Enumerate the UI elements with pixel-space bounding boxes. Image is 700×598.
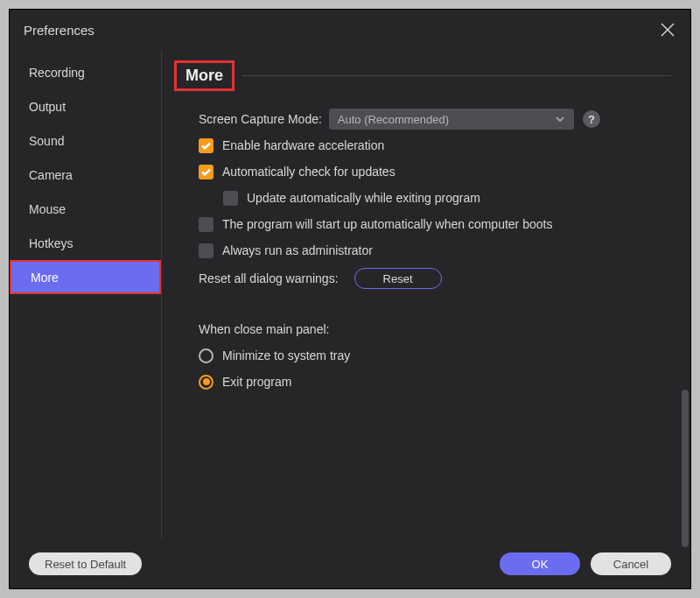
sidebar-item-mouse[interactable]: Mouse: [10, 192, 161, 226]
reset-warnings-button[interactable]: Reset: [354, 268, 442, 289]
chevron-down-icon: [555, 114, 565, 124]
hw-accel-checkbox[interactable]: [199, 138, 214, 153]
close-minimize-radio[interactable]: [199, 348, 214, 363]
sidebar-item-label: Sound: [29, 134, 64, 148]
sidebar-item-label: Recording: [29, 66, 85, 80]
sidebar-item-label: Hotkeys: [29, 236, 74, 250]
run-as-admin-checkbox[interactable]: [199, 243, 214, 258]
sidebar-item-more[interactable]: More: [10, 260, 161, 294]
reset-warnings-row: Reset all dialog warnings: Reset: [199, 266, 671, 291]
close-minimize-row: Minimize to system tray: [199, 343, 671, 368]
reset-button-label: Reset: [383, 272, 413, 285]
close-exit-label: Exit program: [222, 375, 291, 389]
sidebar-item-label: More: [31, 271, 59, 285]
check-icon: [201, 142, 211, 150]
check-icon: [201, 168, 211, 176]
reset-default-button[interactable]: Reset to Default: [29, 552, 142, 575]
run-as-admin-row: Always run as administrator: [199, 238, 671, 263]
sidebar-item-output[interactable]: Output: [10, 89, 161, 123]
capture-mode-value: Auto (Recommended): [338, 113, 449, 126]
close-panel-label: When close main panel:: [199, 322, 329, 336]
start-on-boot-row: The program will start up automatically …: [199, 212, 671, 236]
auto-update-exit-checkbox[interactable]: [223, 191, 238, 206]
panel-heading: More: [174, 60, 234, 91]
body: Recording Output Sound Camera Mouse Hotk…: [10, 50, 690, 539]
start-on-boot-label: The program will start up automatically …: [222, 217, 552, 231]
start-on-boot-checkbox[interactable]: [199, 217, 214, 232]
close-panel-heading: When close main panel:: [199, 317, 671, 341]
capture-mode-select[interactable]: Auto (Recommended): [329, 109, 574, 130]
sidebar-item-label: Output: [29, 100, 66, 114]
reset-warnings-label: Reset all dialog warnings:: [199, 271, 339, 285]
help-icon[interactable]: ?: [583, 110, 600, 128]
sidebar-item-recording[interactable]: Recording: [10, 55, 161, 89]
auto-update-exit-label: Update automatically while exiting progr…: [247, 191, 480, 205]
close-exit-row: Exit program: [199, 369, 671, 394]
panel-more: More Screen Capture Mode: Auto (Recommen…: [162, 50, 690, 539]
sidebar-item-label: Camera: [29, 168, 73, 182]
footer: Reset to Default OK Cancel: [10, 539, 690, 588]
sidebar-item-hotkeys[interactable]: Hotkeys: [10, 226, 161, 260]
window-title: Preferences: [24, 23, 94, 38]
ok-label: OK: [532, 558, 549, 571]
sidebar-item-label: Mouse: [29, 202, 66, 216]
form: Screen Capture Mode: Auto (Recommended) …: [174, 107, 671, 394]
reset-default-label: Reset to Default: [45, 558, 126, 571]
sidebar-item-camera[interactable]: Camera: [10, 158, 161, 192]
capture-mode-label: Screen Capture Mode:: [199, 112, 322, 126]
cancel-label: Cancel: [613, 558, 648, 571]
sidebar-item-sound[interactable]: Sound: [10, 123, 161, 158]
hw-accel-row: Enable hardware acceleration: [199, 133, 671, 158]
hw-accel-label: Enable hardware acceleration: [222, 138, 384, 152]
close-icon[interactable]: [659, 21, 676, 39]
auto-check-updates-checkbox[interactable]: [199, 165, 214, 179]
auto-check-updates-row: Automatically check for updates: [199, 159, 671, 184]
ok-button[interactable]: OK: [500, 552, 580, 575]
preferences-window: Preferences Recording Output Sound Camer…: [9, 9, 691, 589]
title-bar: Preferences: [10, 10, 690, 50]
run-as-admin-label: Always run as administrator: [222, 243, 373, 257]
divider: [242, 75, 671, 76]
auto-update-exit-row: Update automatically while exiting progr…: [199, 186, 671, 210]
sidebar: Recording Output Sound Camera Mouse Hotk…: [10, 50, 162, 539]
capture-mode-row: Screen Capture Mode: Auto (Recommended) …: [199, 107, 671, 131]
heading-row: More: [174, 60, 671, 91]
close-minimize-label: Minimize to system tray: [222, 348, 350, 362]
close-exit-radio[interactable]: [199, 375, 214, 390]
scrollbar[interactable]: [682, 390, 689, 547]
cancel-button[interactable]: Cancel: [591, 552, 671, 575]
auto-check-updates-label: Automatically check for updates: [222, 165, 396, 179]
